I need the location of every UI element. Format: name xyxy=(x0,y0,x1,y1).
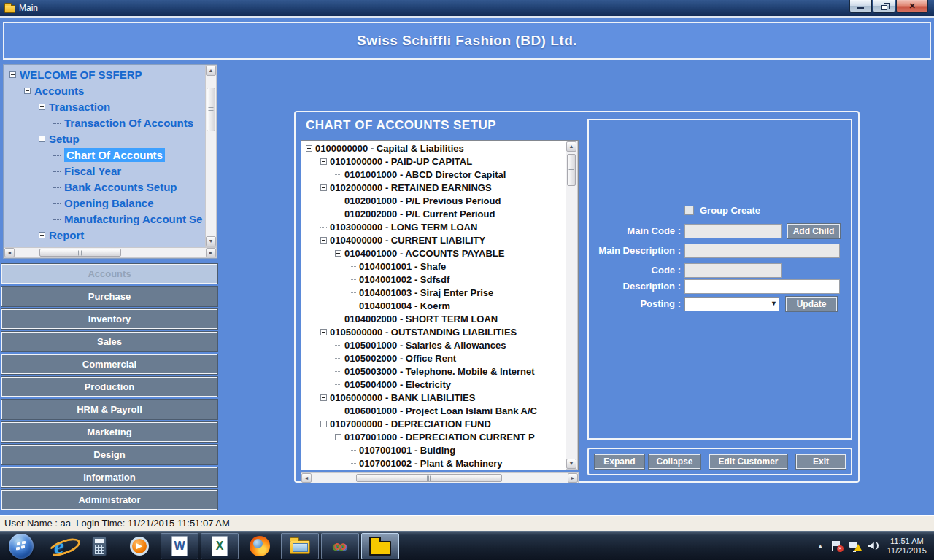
account-tree-node[interactable]: 0100000000 - Capital & Liabilities xyxy=(303,142,566,155)
scroll-down-icon[interactable]: ▼ xyxy=(206,236,216,246)
nav-tree-node[interactable]: Transaction xyxy=(5,99,204,115)
nav-tree-node[interactable]: Report xyxy=(5,228,204,244)
expand-collapse-icon[interactable] xyxy=(39,104,45,110)
action-center-flag-icon[interactable] xyxy=(832,541,841,551)
expand-collapse-icon[interactable] xyxy=(320,184,327,191)
expand-collapse-icon[interactable] xyxy=(320,329,327,335)
account-tree-node[interactable]: 0107001001 - Bulding xyxy=(303,444,566,457)
group-create-checkbox[interactable] xyxy=(684,206,694,215)
accounts-vertical-scrollbar[interactable]: ▲ ▼ xyxy=(566,141,578,470)
module-button[interactable]: Accounts xyxy=(1,264,217,284)
hidden-icons-icon[interactable]: ▲ xyxy=(817,542,824,550)
volume-icon[interactable] xyxy=(868,541,879,551)
nav-tree-node[interactable]: Manufacturing Account Se xyxy=(5,211,204,228)
start-button[interactable] xyxy=(4,533,38,559)
nav-tree-node[interactable]: Transaction Of Accounts xyxy=(5,115,204,131)
scroll-left-icon[interactable]: ◄ xyxy=(4,248,15,257)
expand-collapse-icon[interactable] xyxy=(24,88,31,94)
nav-vertical-scrollbar[interactable]: ▲ ▼ xyxy=(205,65,217,247)
add-child-button[interactable]: Add Child xyxy=(787,224,840,238)
module-button[interactable]: Information xyxy=(1,467,217,487)
module-button[interactable]: Commercial xyxy=(1,354,217,374)
expand-collapse-icon[interactable] xyxy=(9,71,16,78)
account-tree-node[interactable]: 0102002000 - P/L Current Perioud xyxy=(303,208,566,221)
expand-collapse-icon[interactable] xyxy=(39,232,45,238)
nav-horizontal-scrollbar[interactable]: ◄ ► xyxy=(4,247,217,258)
clock[interactable]: 11:51 AM 11/21/2015 xyxy=(887,537,927,556)
nav-tree-node[interactable]: Bank Accounts Setup xyxy=(5,179,204,195)
scroll-right-icon[interactable]: ► xyxy=(206,248,216,257)
account-tree-node[interactable]: 0107001000 - DEPRECIATION CURRENT P xyxy=(303,431,566,444)
dropdown-arrow-icon[interactable] xyxy=(771,300,777,307)
expand-collapse-icon[interactable] xyxy=(320,237,327,244)
module-button[interactable]: HRM & Payroll xyxy=(1,400,217,419)
expand-collapse-icon[interactable] xyxy=(335,250,341,257)
nav-tree-node[interactable]: WELCOME OF SSFERP xyxy=(5,67,204,83)
network-warning-icon[interactable] xyxy=(849,541,860,551)
expand-collapse-icon[interactable] xyxy=(306,145,312,152)
account-tree-node[interactable]: 0107001002 - Plant & Machinery xyxy=(303,457,566,469)
account-tree-node[interactable]: 0107000000 - DEPRECIATION FUND xyxy=(303,418,566,431)
accounts-horizontal-scrollbar[interactable]: ◄ ► xyxy=(301,472,579,483)
module-button[interactable]: Administrator xyxy=(1,490,217,510)
account-tree-node[interactable]: 0104002000 - SHORT TERM LOAN xyxy=(303,313,566,326)
scrollbar-thumb[interactable] xyxy=(356,474,502,482)
account-tree-node[interactable]: 0105003000 - Telephone. Mobile & Interne… xyxy=(303,365,566,378)
code-field[interactable] xyxy=(684,263,782,278)
close-button[interactable]: ✕ xyxy=(896,0,928,13)
scroll-up-icon[interactable]: ▲ xyxy=(566,141,576,152)
module-button[interactable]: Production xyxy=(1,377,217,397)
account-tree-node[interactable]: 0101000000 - PAID-UP CAPITAL xyxy=(303,155,566,168)
update-button[interactable]: Update xyxy=(786,297,837,311)
excel-icon[interactable]: X xyxy=(201,533,239,559)
nav-tree-node[interactable]: Accounts xyxy=(5,83,204,99)
account-tree-node[interactable]: 0104001001 - Shafe xyxy=(303,260,566,273)
expand-collapse-icon[interactable] xyxy=(320,421,327,427)
expand-collapse-icon[interactable] xyxy=(335,434,341,440)
visual-studio-icon[interactable]: ∞ xyxy=(321,533,359,559)
account-tree-node[interactable]: 0105000000 - OUTSTANDING LIABILITIES xyxy=(303,326,566,339)
expand-collapse-icon[interactable] xyxy=(39,136,45,142)
calculator-icon[interactable] xyxy=(80,533,118,559)
word-icon[interactable]: W xyxy=(161,533,198,559)
media-player-icon[interactable]: ▶ xyxy=(120,533,158,559)
module-button[interactable]: Sales xyxy=(1,332,217,351)
account-tree-node[interactable]: 0104001000 - ACCOUNTS PAYABLE xyxy=(303,247,566,260)
nav-tree-node[interactable]: Opening Balance xyxy=(5,195,204,211)
nav-tree-node[interactable]: Setup xyxy=(5,131,204,147)
module-button[interactable]: Marketing xyxy=(1,422,217,442)
account-tree-node[interactable]: 0104000000 - CURRENT LIABILITY xyxy=(303,234,566,247)
minimize-button[interactable] xyxy=(849,0,872,13)
restore-button[interactable] xyxy=(873,0,895,13)
main-description-field[interactable] xyxy=(684,244,840,258)
account-tree-node[interactable]: 0106001000 - Project Loan Islami Bank A/… xyxy=(303,405,566,418)
edit-customer-button[interactable]: Edit Customer xyxy=(709,454,787,469)
scroll-up-icon[interactable]: ▲ xyxy=(206,66,216,76)
firefox-icon[interactable] xyxy=(241,533,279,559)
posting-dropdown[interactable] xyxy=(684,297,779,311)
scrollbar-thumb[interactable] xyxy=(207,88,215,131)
nav-tree-node[interactable]: Chart Of Accounts xyxy=(5,147,204,163)
account-tree-node[interactable]: 0104001004 - Koerm xyxy=(303,300,566,313)
main-app-icon[interactable] xyxy=(361,533,399,559)
account-tree-node[interactable]: 0105002000 - Office Rent xyxy=(303,352,566,365)
nav-tree-node[interactable]: Fiscal Year xyxy=(5,163,204,179)
account-tree-node[interactable]: 0104001003 - Siraj Enter Prise xyxy=(303,287,566,300)
module-button[interactable]: Inventory xyxy=(1,309,217,329)
scroll-left-icon[interactable]: ◄ xyxy=(301,473,312,483)
account-tree-node[interactable]: 0103000000 - LONG TERM LOAN xyxy=(303,221,566,234)
expand-button[interactable]: Expand xyxy=(595,454,644,469)
account-tree-node[interactable]: 0102001000 - P/L Previous Perioud xyxy=(303,195,566,208)
internet-explorer-icon[interactable]: e xyxy=(40,533,78,559)
account-tree-node[interactable]: 0104001002 - Sdfsdf xyxy=(303,273,566,287)
collapse-button[interactable]: Collapse xyxy=(649,454,700,469)
expand-collapse-icon[interactable] xyxy=(320,158,327,165)
module-button[interactable]: Purchase xyxy=(1,287,217,306)
account-tree-node[interactable]: 0106000000 - BANK LIABILITIES xyxy=(303,392,566,405)
main-code-field[interactable] xyxy=(684,224,782,238)
scrollbar-thumb[interactable] xyxy=(39,249,121,257)
account-tree-node[interactable]: 0101001000 - ABCD Director Capital xyxy=(303,168,566,182)
expand-collapse-icon[interactable] xyxy=(320,394,327,401)
scrollbar-thumb[interactable] xyxy=(567,154,576,186)
description-field[interactable] xyxy=(684,279,840,294)
